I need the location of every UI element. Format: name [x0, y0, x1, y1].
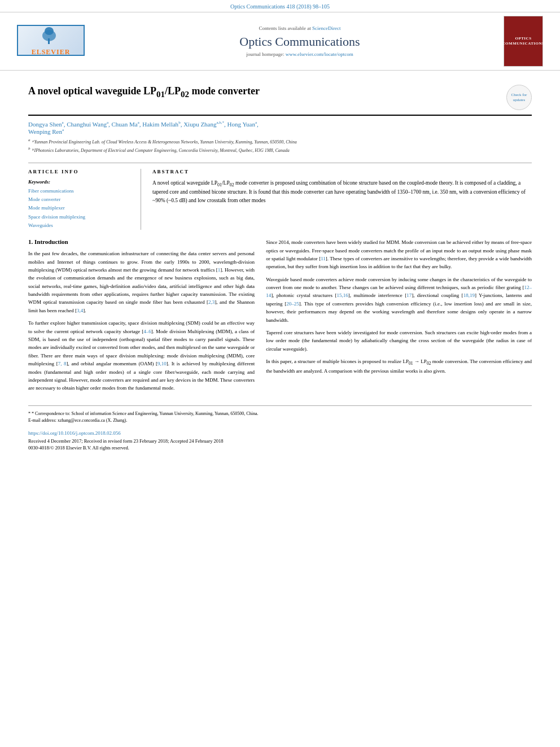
ref-11[interactable]: 11 [321, 256, 326, 261]
right-para-1: Since 2014, mode converters have been wi… [266, 238, 532, 271]
affiliations: a ᵃ Yunnan Provincial Engineering Lab. o… [28, 137, 532, 154]
elsevier-logo-section: ELSEVIER [17, 25, 107, 58]
homepage-url[interactable]: www.elsevier.com/locate/optcom [286, 51, 353, 57]
sciencedirect-link[interactable]: ScienceDirect [312, 25, 340, 31]
copyright-text: 0030-4018/© 2018 Elsevier B.V. All right… [28, 445, 532, 451]
paper-title-section: A novel optical waveguide LP01/LP02 mode… [28, 76, 532, 116]
journal-reference: Optics Communications 418 (2018) 98–105 [0, 0, 560, 12]
doi-section: https://doi.org/10.1016/j.optcom.2018.02… [28, 430, 532, 451]
keywords-list: Fiber communications Mode converter Mode… [28, 187, 132, 230]
svg-point-2 [45, 27, 54, 35]
intro-para-1: In the past few decades, the communicati… [28, 250, 255, 314]
journal-cover: OPTICS COMMUNICATIONS [492, 16, 543, 67]
journal-title: Optics Communications [107, 34, 492, 49]
ref-15-16[interactable]: 15,16 [336, 292, 348, 298]
intro-para-2: To further explore higher transmission c… [28, 319, 255, 392]
authors-line: Dongya Shena, Changhui Wanga, Chuan Maa,… [28, 120, 532, 134]
ref-12-14[interactable]: 12–14 [266, 285, 532, 298]
ref-2-3[interactable]: 2,3 [208, 299, 215, 305]
ref-20-25[interactable]: 20–25 [286, 301, 299, 307]
left-column: 1. Introduction In the past few decades,… [28, 238, 255, 397]
right-para-4: In this paper, a structure of multiple b… [266, 357, 532, 375]
keywords-label: Keywords: [28, 179, 132, 185]
keyword-3: Mode multiplexer [28, 204, 132, 212]
ref-1[interactable]: 1 [218, 267, 221, 273]
intro-section-title: 1. Introduction [28, 238, 255, 245]
doi-link[interactable]: https://doi.org/10.1016/j.optcom.2018.02… [28, 430, 121, 436]
elsevier-logo: ELSEVIER [17, 25, 85, 56]
elsevier-tree-icon [28, 25, 73, 47]
affiliation-a: a ᵃ Yunnan Provincial Engineering Lab. o… [28, 137, 532, 146]
paper-title: A novel optical waveguide LP01/LP02 mode… [28, 85, 498, 100]
journal-cover-image: OPTICS COMMUNICATIONS [504, 16, 543, 67]
abstract-panel: ABSTRACT A novel optical waveguide LP01/… [152, 169, 532, 230]
contents-line: Contents lists available at ScienceDirec… [107, 25, 492, 31]
footnote-email: E-mail address: xzhang@ece.concordia.ca … [28, 417, 532, 424]
keyword-5: Waveguides [28, 221, 132, 230]
right-column: Since 2014, mode converters have been wi… [266, 238, 532, 397]
abstract-text: A novel optical waveguide LP01/LP02 mode… [152, 179, 532, 204]
right-para-2: Waveguide based mode converters achieve … [266, 276, 532, 324]
keyword-4: Space division multiplexing [28, 213, 132, 221]
check-updates-badge: Check for updates [506, 85, 532, 110]
received-text: Received 4 December 2017; Received in re… [28, 438, 532, 444]
ref-17[interactable]: 17 [406, 292, 412, 298]
ref-7-8[interactable]: 7, 8 [58, 361, 67, 366]
keyword-2: Mode converter [28, 195, 132, 204]
ref-4-6[interactable]: 4–6 [143, 329, 151, 334]
main-content: A novel optical waveguide LP01/LP02 mode… [0, 71, 560, 462]
article-info-header: ARTICLE INFO [28, 169, 132, 174]
journal-header: ELSEVIER Contents lists available at Sci… [0, 12, 560, 71]
affiliation-b: b ᵇ IPhotonics Laboratories, Department … [28, 146, 532, 154]
article-info-abstract: ARTICLE INFO Keywords: Fiber communicati… [28, 163, 532, 230]
elsevier-wordmark: ELSEVIER [28, 48, 73, 56]
keyword-1: Fiber communications [28, 187, 132, 195]
footnote-star: * * Correspondence to: School of informa… [28, 410, 532, 417]
journal-homepage: journal homepage: www.elsevier.com/locat… [107, 51, 492, 57]
right-para-3: Tapered core structures have been widely… [266, 329, 532, 353]
footnote-section: * * Correspondence to: School of informa… [28, 405, 532, 424]
body-content: 1. Introduction In the past few decades,… [28, 238, 532, 397]
ref-9-10[interactable]: 9,10 [158, 361, 167, 366]
ref-18-19[interactable]: 18,19 [463, 292, 475, 298]
ref-3-4[interactable]: 3,4 [77, 308, 83, 313]
abstract-header: ABSTRACT [152, 169, 532, 174]
journal-title-section: Contents lists available at ScienceDirec… [107, 25, 492, 57]
article-info-panel: ARTICLE INFO Keywords: Fiber communicati… [28, 169, 141, 230]
